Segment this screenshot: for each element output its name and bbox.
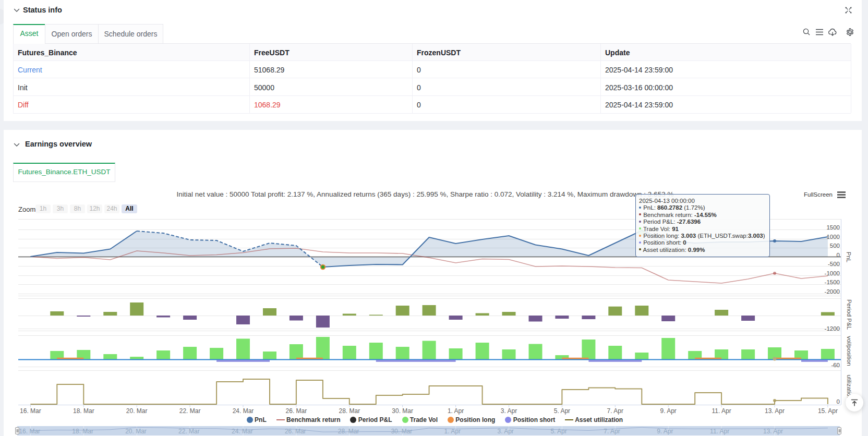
svg-text:-2000: -2000 <box>825 288 840 295</box>
svg-text:-1200: -1200 <box>825 325 840 332</box>
svg-text:1000: 1000 <box>826 234 840 240</box>
svg-text:30. Mar: 30. Mar <box>392 407 413 415</box>
svg-text:vol/position: vol/position <box>846 336 852 366</box>
svg-text:-1500: -1500 <box>825 279 840 285</box>
svg-text:5. Apr: 5. Apr <box>554 407 570 415</box>
svg-text:24. Mar: 24. Mar <box>233 407 254 415</box>
svg-text:1. Apr: 1. Apr <box>448 407 464 415</box>
svg-text:20. Mar: 20. Mar <box>126 407 148 415</box>
svg-text:PnL: PnL <box>846 252 852 263</box>
svg-text:26. Mar: 26. Mar <box>286 407 307 415</box>
svg-text:13. Apr: 13. Apr <box>765 407 785 415</box>
svg-text:3. Apr: 3. Apr <box>501 407 517 415</box>
svg-text:7. Apr: 7. Apr <box>607 407 623 415</box>
svg-text:18. Mar: 18. Mar <box>73 407 94 415</box>
svg-text:0: 0 <box>837 252 840 258</box>
svg-text:-500: -500 <box>828 261 840 267</box>
svg-text:Period P&L: Period P&L <box>846 299 852 330</box>
svg-text:28. Mar: 28. Mar <box>339 407 360 415</box>
svg-text:16. Mar: 16. Mar <box>20 407 41 415</box>
svg-text:11. Apr: 11. Apr <box>712 407 731 415</box>
svg-text:500: 500 <box>830 243 840 249</box>
svg-text:-1000: -1000 <box>825 270 840 276</box>
svg-text:22. Mar: 22. Mar <box>179 407 201 415</box>
svg-text:9. Apr: 9. Apr <box>660 407 677 415</box>
svg-text:1500: 1500 <box>826 224 840 231</box>
svg-text:15. Apr: 15. Apr <box>818 407 838 415</box>
svg-text:0: 0 <box>837 398 840 405</box>
svg-text:-60: -60 <box>831 362 840 368</box>
